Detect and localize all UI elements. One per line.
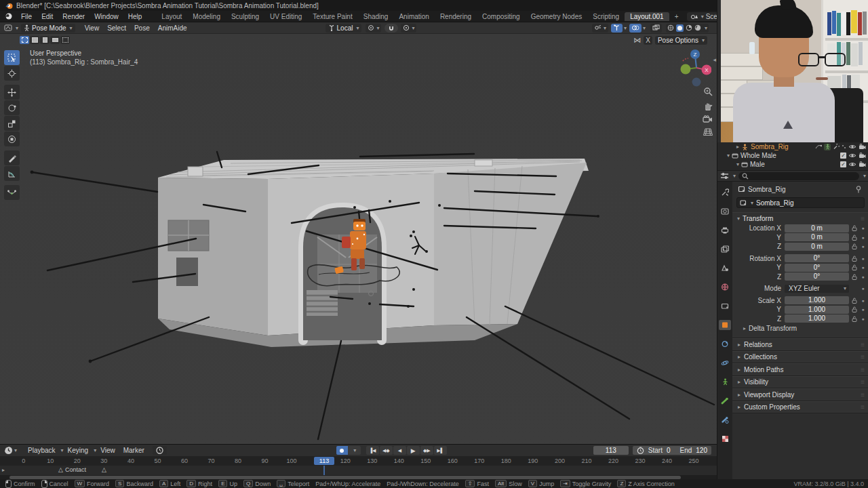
menu-playback[interactable]: Playback bbox=[24, 447, 60, 454]
tab-view-layer[interactable] bbox=[719, 244, 731, 254]
workspace-tab-rendering[interactable]: Rendering bbox=[435, 12, 477, 21]
jump-to-start-button[interactable]: ▐◀ bbox=[366, 446, 379, 455]
timeline-marker-contact[interactable]: △ Contact bbox=[58, 466, 86, 473]
timeline-editor-icon[interactable] bbox=[4, 446, 13, 455]
tool-measure[interactable] bbox=[4, 166, 20, 181]
expand-arrow-icon[interactable]: ▸ bbox=[736, 144, 739, 150]
animate-dot[interactable]: ● bbox=[860, 226, 866, 230]
workspace-tab-compositing[interactable]: Compositing bbox=[477, 12, 526, 21]
menu-render[interactable]: Render bbox=[58, 13, 90, 20]
workspace-tab-scripting[interactable]: Scripting bbox=[587, 12, 625, 21]
tool-pose-breakdowner[interactable] bbox=[4, 185, 20, 200]
add-workspace-button[interactable]: + bbox=[669, 12, 684, 21]
select-mode-extend[interactable] bbox=[30, 36, 39, 44]
object-name-field[interactable]: ▾ Sombra_Rig bbox=[736, 197, 865, 208]
rotation-z-field[interactable]: 0° bbox=[785, 272, 849, 281]
properties-editor-icon[interactable] bbox=[720, 172, 729, 180]
location-x-field[interactable]: 0 m bbox=[785, 224, 849, 232]
location-y-field[interactable]: 0 m bbox=[785, 233, 849, 241]
collection-checkbox[interactable]: ✓ bbox=[840, 161, 846, 167]
camera-disable-icon[interactable] bbox=[859, 161, 866, 167]
timeline-track[interactable]: ▸ △ Contact △ bbox=[0, 466, 717, 475]
menu-select[interactable]: Select bbox=[103, 24, 130, 32]
snap-toggle[interactable] bbox=[384, 24, 398, 33]
tab-world[interactable] bbox=[719, 282, 731, 292]
playhead-frame-badge[interactable]: 113 bbox=[314, 457, 334, 465]
tool-select-box[interactable] bbox=[4, 50, 20, 65]
timeline-marker-2[interactable]: △ bbox=[102, 466, 108, 473]
scale-x-field[interactable]: 1.000 bbox=[785, 296, 849, 304]
play-button[interactable]: ▶ bbox=[407, 446, 420, 455]
tool-move[interactable] bbox=[4, 85, 20, 100]
tab-bone-constraint[interactable] bbox=[719, 415, 731, 425]
eye-icon[interactable] bbox=[848, 152, 856, 159]
eye-icon[interactable] bbox=[848, 144, 856, 150]
outliner-row-sombra-rig[interactable]: ▸ Sombra_Rig bbox=[717, 142, 868, 151]
lock-icon[interactable] bbox=[849, 235, 860, 241]
shading-wireframe-icon[interactable] bbox=[667, 24, 674, 31]
prev-keyframe-button[interactable]: ◀◆ bbox=[380, 446, 393, 455]
tab-tool[interactable] bbox=[719, 187, 731, 197]
pan-hand-icon[interactable] bbox=[703, 101, 713, 110]
proportional-edit-dropdown[interactable]: ▾ bbox=[401, 24, 416, 33]
channel-expand-arrow[interactable]: ▸ bbox=[2, 467, 5, 473]
blender-app-icon[interactable] bbox=[4, 12, 14, 20]
end-value[interactable]: 120 bbox=[696, 447, 707, 454]
xray-toggle[interactable] bbox=[650, 24, 662, 33]
gizmos-toggle[interactable] bbox=[611, 24, 623, 33]
mode-dropdown[interactable]: Pose Mode ▾ bbox=[21, 24, 75, 33]
chevron-down-icon[interactable]: ▾ bbox=[624, 25, 627, 31]
grid-perspective-icon[interactable] bbox=[703, 128, 713, 136]
lock-icon[interactable] bbox=[849, 306, 860, 312]
animaide-clock-button[interactable] bbox=[153, 446, 167, 455]
workspace-tab-layout-001[interactable]: Layout.001 bbox=[625, 12, 669, 21]
menu-help[interactable]: Help bbox=[123, 13, 147, 20]
eye-icon[interactable] bbox=[848, 161, 856, 167]
chevron-down-icon[interactable]: ▾ bbox=[863, 173, 866, 179]
menu-marker[interactable]: Marker bbox=[119, 447, 149, 454]
chevron-down-icon[interactable]: ▾ bbox=[705, 25, 707, 31]
panel-viewport-display[interactable]: ▸Viewport Display≡ bbox=[732, 388, 868, 401]
lock-icon[interactable] bbox=[849, 298, 860, 304]
camera-view-icon[interactable] bbox=[703, 115, 713, 123]
lock-icon[interactable] bbox=[849, 256, 860, 262]
overlays-toggle[interactable] bbox=[629, 24, 642, 33]
collection-name[interactable]: Male bbox=[750, 161, 765, 168]
animate-dot[interactable]: ● bbox=[860, 274, 866, 279]
chevron-down-icon[interactable]: ▾ bbox=[643, 25, 646, 31]
animate-dot[interactable]: ● bbox=[860, 307, 866, 312]
lock-icon[interactable] bbox=[849, 243, 860, 249]
tab-object[interactable] bbox=[719, 320, 731, 330]
location-z-field[interactable]: 0 m bbox=[785, 243, 849, 251]
tab-constraints[interactable] bbox=[719, 339, 731, 349]
workspace-tab-layout[interactable]: Layout bbox=[156, 12, 187, 21]
workspace-tab-modeling[interactable]: Modeling bbox=[187, 12, 226, 21]
start-value[interactable]: 0 bbox=[667, 447, 671, 454]
tab-object-data-armature[interactable] bbox=[719, 377, 731, 387]
panel-motion-paths[interactable]: ▸Motion Paths≡ bbox=[732, 363, 868, 376]
animate-dot[interactable]: ● bbox=[860, 265, 866, 270]
outliner-row-male[interactable]: ▾ Male ✓ bbox=[717, 160, 868, 169]
tool-cursor[interactable] bbox=[4, 66, 20, 81]
tab-collection[interactable] bbox=[719, 301, 731, 311]
collapse-arrow-icon[interactable]: ▾ bbox=[736, 161, 739, 167]
scale-z-field[interactable]: 1.000 bbox=[785, 314, 849, 323]
menu-tl-view[interactable]: View bbox=[96, 447, 119, 454]
prev-frame-button[interactable]: ◀ bbox=[393, 446, 406, 455]
tab-bone[interactable] bbox=[719, 396, 731, 406]
rotation-x-field[interactable]: 0° bbox=[785, 254, 849, 262]
menu-keying[interactable]: Keying bbox=[64, 447, 93, 454]
breadcrumb-object-name[interactable]: Sombra_Rig bbox=[748, 186, 786, 193]
rotation-y-field[interactable]: 0° bbox=[785, 264, 849, 272]
outliner-row-whole-male[interactable]: ▾ Whole Male ✓ bbox=[717, 151, 868, 160]
animate-dot[interactable]: ● bbox=[860, 286, 866, 291]
properties-search-input[interactable] bbox=[738, 172, 859, 180]
next-keyframe-button[interactable]: ◆▶ bbox=[420, 446, 433, 455]
pose-options-dropdown[interactable]: Pose Options ▾ bbox=[655, 36, 707, 45]
tool-scale[interactable] bbox=[4, 116, 20, 131]
animate-dot[interactable]: ● bbox=[860, 235, 866, 240]
jump-to-end-button[interactable]: ▶▌ bbox=[434, 446, 447, 455]
shading-material-icon[interactable] bbox=[686, 24, 692, 31]
panel-relations[interactable]: ▸Relations≡ bbox=[732, 338, 868, 351]
select-mode-set[interactable] bbox=[20, 36, 29, 44]
